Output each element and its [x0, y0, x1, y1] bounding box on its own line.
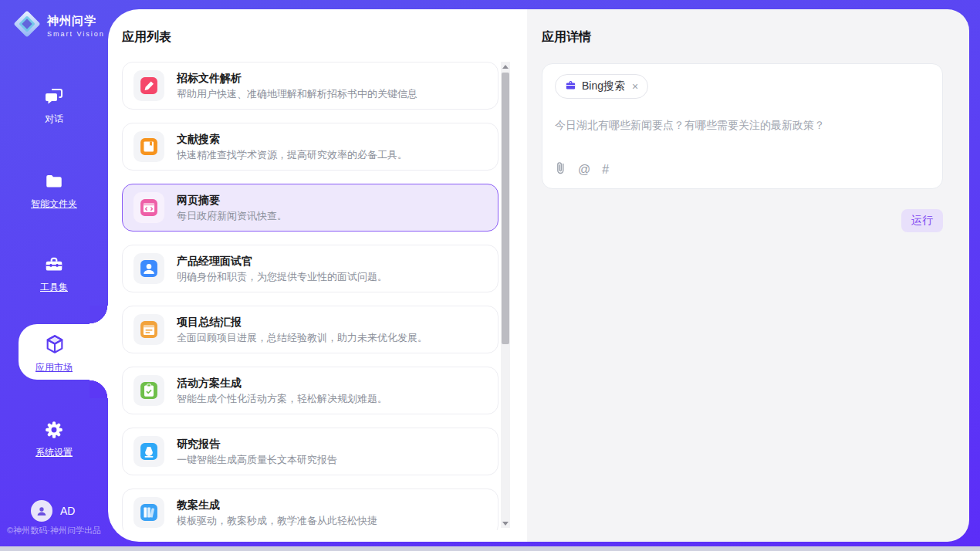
sidebar-item-4[interactable]: 应用市场 [0, 333, 108, 374]
sidebar-item-3[interactable]: 工具集 [0, 255, 108, 294]
attachment-icon[interactable] [555, 161, 566, 179]
app-title: 研究报告 [177, 437, 337, 451]
calendar-icon [133, 314, 164, 345]
person-icon [133, 253, 164, 284]
app-list: 招标文件解析帮助用户快速、准确地理解和解析招标书中的关键信息文献搜索快速精准查找… [122, 62, 498, 530]
user-name: AD [60, 505, 75, 517]
sidebar-item-label: 工具集 [0, 281, 108, 294]
app-detail-title: 应用详情 [542, 29, 591, 46]
book-icon [133, 131, 164, 162]
app-title: 文献搜索 [177, 132, 407, 146]
sidebar-item-5[interactable]: 系统设置 [0, 420, 108, 459]
app-card-6[interactable]: 活动方案生成智能生成个性化活动方案，轻松解决规划难题。 [122, 367, 498, 414]
tool-chip-label: Bing搜索 [582, 79, 625, 93]
app-title: 招标文件解析 [177, 71, 417, 85]
brand-logo: 神州问学 Smart Vision [12, 9, 105, 42]
app-card-5[interactable]: 项目总结汇报全面回顾项目进展，总结经验教训，助力未来优化发展。 [122, 306, 498, 353]
sidebar-item-label: 智能文件夹 [0, 198, 108, 211]
prompt-input-card[interactable]: Bing搜索 × 今日湖北有哪些新闻要点？有哪些需要关注的最新政策？ @# [542, 63, 943, 189]
app-title: 项目总结汇报 [177, 315, 427, 329]
app-card-3[interactable]: 网页摘要每日政府新闻资讯快查。 [122, 184, 498, 232]
cube-icon [44, 333, 64, 353]
avatar-icon [31, 500, 52, 522]
app-detail-panel: 应用详情 Bing搜索 × 今日湖北有哪些新闻要点？有哪些需要关注的最新政策？ … [527, 9, 969, 542]
app-title: 产品经理面试官 [177, 254, 387, 268]
scrollbar-thumb[interactable] [502, 73, 509, 344]
topic-icon[interactable]: # [602, 162, 609, 177]
sidebar-item-1[interactable]: 对话 [0, 86, 108, 126]
app-title: 活动方案生成 [177, 376, 387, 390]
app-card-7[interactable]: 研究报告一键智能生成高质量长文本研究报告 [122, 428, 498, 475]
app-description: 全面回顾项目进展，总结经验教训，助力未来优化发展。 [177, 331, 427, 344]
list-scrollbar[interactable] [501, 62, 510, 528]
sidebar-item-label: 应用市场 [0, 361, 108, 374]
app-card-4[interactable]: 产品经理面试官明确身份和职责，为您提供专业性的面试问题。 [122, 245, 498, 292]
brand-name: 神州问学 [47, 14, 96, 27]
gear-icon [44, 420, 64, 440]
app-description: 一键智能生成高质量长文本研究报告 [177, 453, 337, 466]
sidebar-item-label: 系统设置 [0, 446, 108, 459]
user-profile[interactable]: AD [31, 500, 75, 522]
chip-close-icon[interactable]: × [632, 80, 638, 93]
app-title: 网页摘要 [177, 193, 287, 207]
copyright-text: ©神州数码·神州问学出品 [0, 525, 108, 536]
tool-chip-bing-search[interactable]: Bing搜索 × [555, 74, 648, 99]
run-button[interactable]: 运行 [901, 209, 943, 232]
app-card-8[interactable]: 教案生成模板驱动，教案秒成，教学准备从此轻松快捷 [122, 488, 498, 530]
brand-diamond-icon [12, 9, 42, 42]
bubble-fillet-bottom [90, 380, 108, 398]
sidebar-item-2[interactable]: 智能文件夹 [0, 171, 108, 211]
sidebar: 神州问学 Smart Vision 对话智能文件夹工具集应用市场系统设置 AD … [0, 0, 108, 546]
clipboard-icon [133, 375, 164, 406]
app-list-title: 应用列表 [122, 29, 171, 46]
app-title: 教案生成 [177, 498, 377, 512]
app-description: 模板驱动，教案秒成，教学准备从此轻松快捷 [177, 514, 377, 527]
bottom-edge-strip [0, 546, 980, 551]
app-card-1[interactable]: 招标文件解析帮助用户快速、准确地理解和解析招标书中的关键信息 [122, 62, 498, 110]
pen-icon [133, 70, 164, 101]
bubble-fillet-top [90, 306, 108, 324]
folder-icon [44, 171, 64, 191]
toolbox-icon [44, 255, 64, 275]
app-card-2[interactable]: 文献搜索快速精准查找学术资源，提高研究效率的必备工具。 [122, 123, 498, 171]
query-text-input[interactable]: 今日湖北有哪些新闻要点？有哪些需要关注的最新政策？ [555, 117, 930, 133]
app-description: 每日政府新闻资讯快查。 [177, 209, 287, 222]
app-list-panel: 应用列表 招标文件解析帮助用户快速、准确地理解和解析招标书中的关键信息文献搜索快… [108, 9, 527, 542]
scroll-up-arrow-icon[interactable] [501, 62, 510, 71]
mention-icon[interactable]: @ [578, 162, 590, 177]
books-icon [133, 497, 164, 528]
sidebar-item-label: 对话 [0, 113, 108, 126]
brand-subtitle: Smart Vision [47, 30, 105, 38]
report-icon [133, 436, 164, 467]
app-description: 快速精准查找学术资源，提高研究效率的必备工具。 [177, 148, 407, 161]
app-description: 明确身份和职责，为您提供专业性的面试问题。 [177, 270, 387, 283]
browser-icon [133, 192, 164, 223]
chat-icon [44, 86, 64, 106]
briefcase-icon [565, 79, 576, 94]
app-description: 智能生成个性化活动方案，轻松解决规划难题。 [177, 392, 387, 405]
scroll-down-arrow-icon[interactable] [501, 519, 510, 528]
app-description: 帮助用户快速、准确地理解和解析招标书中的关键信息 [177, 87, 417, 100]
